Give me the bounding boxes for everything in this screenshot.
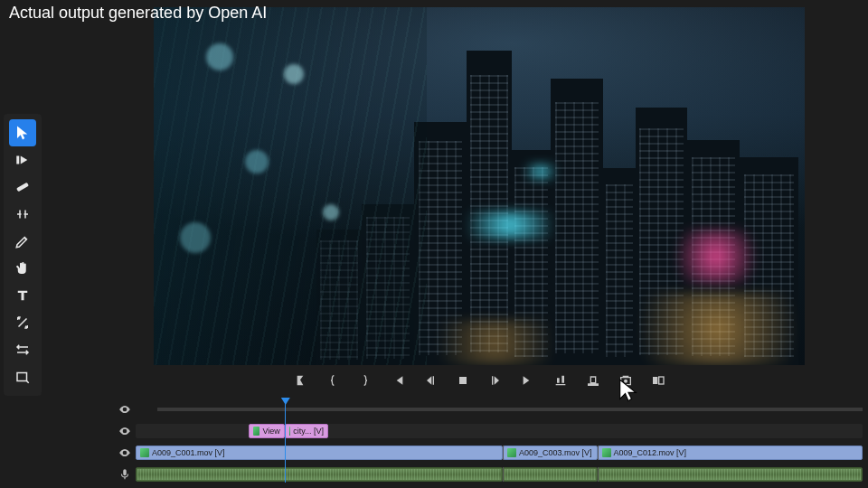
mark-in-button[interactable] — [292, 372, 308, 389]
track-toggle-v2b[interactable] — [114, 425, 136, 437]
pen-tool-icon — [14, 233, 31, 249]
step-back-button[interactable] — [422, 372, 439, 389]
rectangle-tool-icon — [14, 369, 31, 385]
step-forward-button[interactable] — [487, 372, 504, 389]
microphone-icon — [118, 468, 131, 481]
export-frame-icon — [618, 373, 633, 388]
hand-tool-button[interactable] — [9, 255, 36, 282]
fx-badge-icon — [289, 427, 290, 436]
selection-tool-icon — [14, 125, 31, 141]
remix-tool-icon — [14, 314, 31, 331]
type-tool-button[interactable] — [9, 282, 36, 309]
track-select-forward-button[interactable] — [9, 146, 36, 174]
clip-label: city... [V] — [293, 427, 324, 436]
clip-label: A009_C003.mov [V] — [519, 448, 592, 457]
step-forward-icon — [488, 373, 503, 388]
time-ruler[interactable] — [157, 408, 863, 411]
track-toggle-a1[interactable] — [114, 468, 136, 481]
pen-tool-button[interactable] — [9, 228, 36, 255]
export-frame-button[interactable] — [618, 372, 634, 389]
type-tool-icon — [14, 287, 31, 304]
eye-icon — [118, 446, 131, 459]
transport-controls — [292, 372, 666, 389]
playhead[interactable] — [285, 401, 286, 483]
step-back-icon — [423, 373, 438, 388]
video-clip[interactable]: A009_C012.mov [V] — [598, 446, 863, 460]
video-clip[interactable]: city... [V] — [285, 424, 328, 438]
svg-rect-5 — [659, 377, 664, 384]
rectangle-tool-button[interactable] — [9, 363, 36, 390]
clip-label: A009_C001.mov [V] — [152, 448, 225, 457]
extract-icon — [586, 373, 600, 388]
lift-icon — [553, 373, 568, 388]
timeline-panel[interactable]: Viewcity... [V] A009_C001.mov [V]A009_C0… — [90, 401, 868, 483]
brace-close-button[interactable] — [357, 372, 373, 389]
comparison-view-button[interactable] — [650, 372, 666, 389]
remix-tool-button[interactable] — [9, 309, 36, 336]
ripple-edit-button[interactable] — [9, 174, 36, 201]
audio-clip[interactable] — [598, 467, 863, 482]
brace-open-icon — [326, 373, 340, 388]
fx-badge-icon — [140, 448, 149, 457]
brace-close-icon — [358, 373, 373, 388]
program-monitor[interactable] — [154, 7, 805, 365]
extract-button[interactable] — [585, 372, 601, 389]
go-to-out-icon — [521, 373, 535, 388]
svg-point-3 — [624, 380, 627, 383]
overlay-caption: Actual output generated by Open AI — [9, 4, 267, 23]
svg-rect-1 — [17, 373, 27, 381]
tools-panel — [4, 114, 42, 396]
eye-icon — [118, 425, 131, 437]
comparison-view-icon — [651, 373, 665, 388]
video-clip[interactable]: A009_C001.mov [V] — [136, 446, 503, 460]
rolling-edit-icon — [14, 206, 31, 222]
fx-badge-icon — [602, 448, 611, 457]
clip-label: A009_C012.mov [V] — [614, 448, 687, 457]
video-clip[interactable]: View — [249, 424, 285, 438]
fx-badge-icon — [507, 448, 516, 457]
go-to-in-button[interactable] — [390, 372, 406, 389]
video-clip[interactable]: A009_C003.mov [V] — [503, 446, 598, 460]
hand-tool-icon — [14, 260, 31, 277]
svg-rect-2 — [459, 377, 467, 384]
lift-button[interactable] — [552, 372, 569, 389]
rolling-edit-button[interactable] — [9, 201, 36, 228]
brace-open-button[interactable] — [325, 372, 341, 389]
go-to-in-icon — [391, 373, 405, 388]
svg-rect-4 — [653, 377, 657, 384]
audio-clip[interactable] — [503, 467, 598, 482]
track-select-forward-icon — [14, 152, 31, 168]
slip-tool-button[interactable] — [9, 336, 36, 363]
play-stop-button[interactable] — [455, 372, 471, 389]
play-stop-icon — [456, 373, 470, 388]
eye-icon — [118, 403, 131, 416]
video-track-1[interactable]: A009_C001.mov [V]A009_C003.mov [V]A009_C… — [136, 446, 863, 460]
fx-badge-icon — [253, 427, 260, 436]
slip-tool-icon — [14, 342, 31, 358]
go-to-out-button[interactable] — [520, 372, 536, 389]
audio-clip[interactable] — [136, 467, 503, 482]
ripple-edit-icon — [14, 179, 31, 195]
svg-rect-0 — [16, 183, 29, 192]
clip-label: View — [262, 427, 279, 436]
video-track-2[interactable]: Viewcity... [V] — [136, 424, 863, 438]
selection-tool-button[interactable] — [9, 119, 36, 146]
mark-in-icon — [293, 373, 307, 388]
audio-track-1[interactable] — [136, 467, 863, 482]
track-toggle-v1[interactable] — [114, 446, 136, 459]
track-toggle-v2[interactable] — [114, 403, 136, 416]
